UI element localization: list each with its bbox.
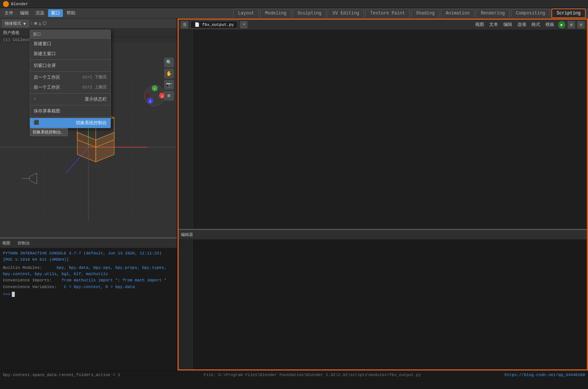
menu-help[interactable]: 帮助	[64, 9, 78, 17]
menu-window[interactable]: 窗口	[48, 9, 63, 17]
ctx-prev-workspace[interactable]: 前一个工作区 Ctrl 上翻页	[30, 82, 111, 92]
viewport-section: 物体模式 ▼ | ⊞ △ ⬡ 选项 用户透视 (1) Collection | …	[0, 18, 177, 237]
tab-shading[interactable]: Shading	[411, 9, 439, 17]
separator: |	[31, 21, 33, 26]
ctx-divider3	[30, 93, 111, 94]
checkbox-statusbar: ✓	[34, 96, 36, 102]
file-tab[interactable]: 📄 fbx_output.py	[190, 21, 238, 28]
file-path: File: D:\Program Files\Blender Foundatio…	[204, 373, 421, 377]
ctx-toggle-console[interactable]: ⬛ 切换系统控制台 切换系统控制台。	[30, 118, 111, 128]
menu-edit-text[interactable]: 编辑	[502, 21, 514, 28]
mode-select-btn[interactable]: 物体模式 ▼	[2, 20, 29, 27]
tab-uv-editing[interactable]: UV Editing	[328, 9, 364, 17]
menu-format[interactable]: 格式	[530, 21, 542, 28]
editor-header: ☰ 📄 fbx_output.py + 视图 文本 编辑 选项 格式 模板 ▶ …	[179, 20, 587, 30]
console-header-text: 视图 控制台	[2, 240, 30, 246]
tab-rendering[interactable]: Rendering	[476, 9, 510, 17]
ctx-save-screenshot[interactable]: 保存屏幕截图	[30, 106, 111, 116]
editor-settings-btn[interactable]: ⊞	[568, 21, 575, 28]
mode-chevron-icon: ▼	[23, 21, 27, 26]
bottom-line-numbers	[179, 240, 193, 369]
line-numbers	[179, 30, 193, 229]
mode-label: 物体模式	[5, 21, 21, 26]
ctx-divider5	[30, 117, 111, 117]
app-title: Blender	[11, 2, 28, 6]
status-right: https://blog.csdn.net/qq_33446100	[504, 373, 585, 377]
console-input-line[interactable]: >>>	[3, 291, 174, 298]
editor-menu-items: 视图 文本 编辑 选项 格式 模板	[474, 21, 556, 28]
tab-modeling[interactable]: Modeling	[260, 9, 291, 17]
console-panel: 视图 控制台 PYTHON INTERACTIVE CONSOLE 3.7.7 …	[0, 237, 177, 371]
svg-text:Z: Z	[149, 100, 151, 103]
camera-tool[interactable]: 📷	[164, 80, 174, 89]
title-bar: Blender	[0, 0, 588, 8]
table-tool[interactable]: ⊞	[164, 91, 174, 101]
bottom-header-label: 编辑器	[181, 232, 193, 237]
ctx-new-main-window[interactable]: 新建主窗口	[30, 49, 111, 59]
menu-edit[interactable]: 编辑	[17, 9, 32, 17]
blender-icon	[3, 1, 9, 7]
ctx-menu-header: 窗口	[30, 30, 111, 39]
viewport-icon3: ⬡	[43, 21, 46, 26]
code-bottom-header: 编辑器	[179, 230, 587, 240]
run-script-btn[interactable]: ▶	[558, 21, 565, 28]
editor-layout-btn[interactable]: ⊟	[577, 21, 585, 28]
ctx-divider4	[30, 105, 111, 105]
main-content: 物体模式 ▼ | ⊞ △ ⬡ 选项 用户透视 (1) Collection | …	[0, 18, 588, 371]
file-icon: 📄	[195, 23, 200, 27]
ctx-divider1	[30, 60, 111, 60]
viewport-icon1: ⊞	[34, 21, 37, 26]
code-area	[179, 30, 587, 229]
console-content[interactable]: PYTHON INTERACTIVE CONSOLE 3.7.7 (defaul…	[0, 248, 177, 371]
tab-sculpting[interactable]: Sculpting	[293, 9, 326, 17]
status-left: bpy.context.space_data.recent_folders_ac…	[3, 373, 120, 377]
tab-layout[interactable]: Layout	[233, 9, 259, 17]
console-cursor	[12, 292, 15, 297]
editor-top: ☰ 📄 fbx_output.py + 视图 文本 编辑 选项 格式 模板 ▶ …	[179, 20, 587, 229]
code-editor: ☰ 📄 fbx_output.py + 视图 文本 编辑 选项 格式 模板 ▶ …	[178, 18, 588, 371]
code-bottom-area	[179, 240, 587, 369]
svg-text:X: X	[161, 95, 163, 98]
viewport-icon2: △	[38, 21, 41, 26]
console-header: 视图 控制台	[0, 239, 177, 248]
menu-file[interactable]: 文件	[1, 9, 16, 17]
console-conv-vars-line: Convenience Variables: C = bpy.context, …	[3, 284, 174, 290]
console-conv-imports-line: Convenience Imports: from mathutils impo…	[3, 277, 174, 284]
code-content[interactable]	[193, 30, 587, 229]
ctx-divider2	[30, 71, 111, 72]
svg-text:Y: Y	[154, 87, 156, 91]
left-section: 物体模式 ▼ | ⊞ △ ⬡ 选项 用户透视 (1) Collection | …	[0, 18, 178, 371]
zoom-tool[interactable]: 🔍	[164, 58, 174, 67]
bottom-code-content[interactable]	[193, 240, 587, 369]
ctx-new-window[interactable]: 新建窗口	[30, 39, 111, 49]
context-menu: 窗口 新建窗口 新建主窗口 切窗口全屏 后一个工作区 Ctrl 下翻页 前一个工…	[30, 30, 111, 128]
tab-scripting[interactable]: Scripting	[551, 9, 586, 18]
viewport-header: 物体模式 ▼ | ⊞ △ ⬡ 选项	[0, 18, 177, 29]
tab-texture-paint[interactable]: Texture Paint	[365, 9, 410, 17]
menu-text[interactable]: 文本	[488, 21, 500, 28]
new-file-btn[interactable]: +	[240, 21, 247, 28]
menu-render[interactable]: 渲染	[33, 9, 47, 17]
status-bar: bpy.context.space_data.recent_folders_ac…	[0, 371, 588, 379]
viewport-tools: 🔍 ✋ 📷 ⊞	[164, 58, 174, 101]
ctx-show-statusbar[interactable]: ✓ 显示状态栏	[30, 94, 111, 104]
tab-animation[interactable]: Animation	[441, 9, 474, 17]
menu-options[interactable]: 选项	[516, 21, 528, 28]
menu-template[interactable]: 模板	[544, 21, 556, 28]
ctx-icon: ⬛	[34, 120, 39, 126]
tab-compositing[interactable]: Compositing	[511, 9, 550, 17]
editor-menu-icon[interactable]: ☰	[181, 21, 188, 28]
hand-tool[interactable]: ✋	[164, 69, 174, 78]
menu-bar: 文件 编辑 渲染 窗口 帮助 Layout Modeling Sculpting…	[0, 8, 588, 18]
console-builtin-line: Builtin Modules: bpy, bpy.data, bpy.ops,…	[3, 265, 174, 277]
console-version-line: PYTHON INTERACTIVE CONSOLE 3.7.7 (defaul…	[3, 250, 174, 263]
svg-point-35	[145, 94, 149, 98]
ctx-fullscreen[interactable]: 切窗口全屏	[30, 61, 111, 71]
editor-bottom: 编辑器	[179, 229, 587, 369]
menu-view[interactable]: 视图	[474, 21, 486, 28]
ctx-tooltip: 切换系统控制台。	[30, 128, 68, 136]
ctx-next-workspace[interactable]: 后一个工作区 Ctrl 下翻页	[30, 72, 111, 82]
